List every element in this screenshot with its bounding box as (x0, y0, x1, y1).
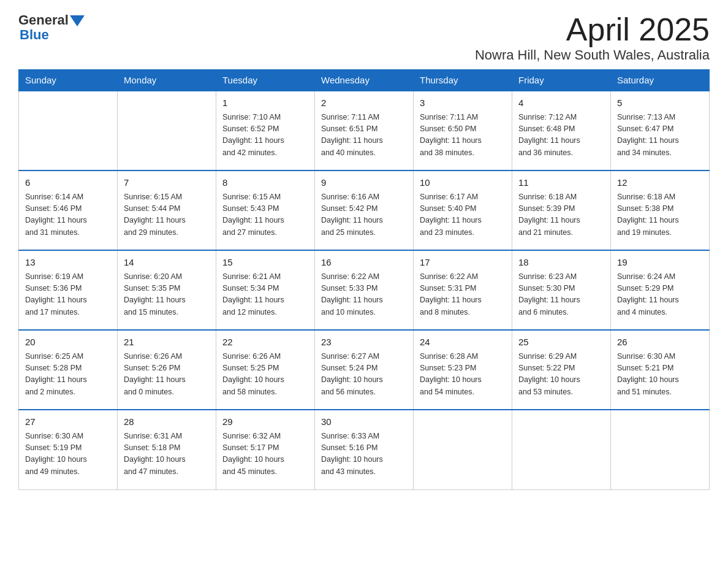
day-number: 1 (222, 96, 308, 110)
day-number: 18 (518, 256, 604, 270)
calendar-cell: 29Sunrise: 6:32 AMSunset: 5:17 PMDayligh… (216, 410, 315, 489)
logo-general: General (18, 12, 69, 28)
day-number: 9 (321, 176, 407, 190)
calendar-cell: 23Sunrise: 6:27 AMSunset: 5:24 PMDayligh… (315, 330, 414, 410)
day-number: 24 (420, 335, 506, 350)
title-area: April 2025 Nowra Hill, New South Wales, … (475, 12, 710, 63)
day-info: Sunrise: 6:29 AMSunset: 5:22 PMDaylight:… (518, 351, 604, 399)
day-info: Sunrise: 6:18 AMSunset: 5:38 PMDaylight:… (617, 191, 703, 239)
day-info: Sunrise: 6:28 AMSunset: 5:23 PMDaylight:… (420, 351, 506, 399)
day-number: 20 (25, 335, 111, 350)
calendar-cell: 13Sunrise: 6:19 AMSunset: 5:36 PMDayligh… (19, 250, 118, 330)
calendar-week-row: 27Sunrise: 6:30 AMSunset: 5:19 PMDayligh… (19, 410, 710, 489)
day-info: Sunrise: 6:24 AMSunset: 5:29 PMDaylight:… (617, 271, 703, 319)
logo-triangle-icon (70, 15, 85, 26)
calendar-cell: 17Sunrise: 6:22 AMSunset: 5:31 PMDayligh… (414, 250, 512, 330)
calendar-week-row: 13Sunrise: 6:19 AMSunset: 5:36 PMDayligh… (19, 250, 710, 330)
day-number: 28 (124, 415, 210, 429)
day-info: Sunrise: 6:16 AMSunset: 5:42 PMDaylight:… (321, 191, 407, 239)
day-number: 14 (124, 256, 210, 270)
calendar-cell: 28Sunrise: 6:31 AMSunset: 5:18 PMDayligh… (118, 410, 216, 489)
day-number: 29 (222, 415, 308, 429)
day-number: 26 (617, 335, 703, 350)
day-number: 25 (518, 335, 604, 350)
calendar-cell: 26Sunrise: 6:30 AMSunset: 5:21 PMDayligh… (611, 330, 710, 410)
column-header-friday: Friday (512, 70, 611, 91)
day-info: Sunrise: 6:20 AMSunset: 5:35 PMDaylight:… (124, 271, 210, 319)
column-header-thursday: Thursday (414, 70, 512, 91)
calendar-cell (19, 91, 118, 170)
day-number: 23 (321, 335, 407, 350)
column-header-monday: Monday (118, 70, 216, 91)
day-info: Sunrise: 6:22 AMSunset: 5:33 PMDaylight:… (321, 271, 407, 319)
calendar-table: SundayMondayTuesdayWednesdayThursdayFrid… (18, 69, 710, 490)
day-info: Sunrise: 7:10 AMSunset: 6:52 PMDaylight:… (222, 112, 308, 159)
day-info: Sunrise: 6:23 AMSunset: 5:30 PMDaylight:… (518, 271, 604, 319)
day-number: 17 (420, 256, 506, 270)
day-info: Sunrise: 7:11 AMSunset: 6:51 PMDaylight:… (321, 112, 407, 159)
calendar-week-row: 20Sunrise: 6:25 AMSunset: 5:28 PMDayligh… (19, 330, 710, 410)
day-number: 4 (518, 96, 604, 110)
day-info: Sunrise: 7:13 AMSunset: 6:47 PMDaylight:… (617, 112, 703, 159)
day-number: 19 (617, 256, 703, 270)
day-info: Sunrise: 6:33 AMSunset: 5:16 PMDaylight:… (321, 431, 407, 478)
day-number: 15 (222, 256, 308, 270)
day-info: Sunrise: 6:25 AMSunset: 5:28 PMDaylight:… (25, 351, 111, 399)
day-info: Sunrise: 6:26 AMSunset: 5:25 PMDaylight:… (222, 351, 308, 399)
calendar-cell (512, 410, 611, 489)
column-header-sunday: Sunday (19, 70, 118, 91)
day-number: 30 (321, 415, 407, 429)
calendar-cell (414, 410, 512, 489)
calendar-week-row: 1Sunrise: 7:10 AMSunset: 6:52 PMDaylight… (19, 91, 710, 170)
day-info: Sunrise: 6:27 AMSunset: 5:24 PMDaylight:… (321, 351, 407, 399)
calendar-cell: 1Sunrise: 7:10 AMSunset: 6:52 PMDaylight… (216, 91, 315, 170)
logo-blue: Blue (20, 27, 49, 43)
column-header-saturday: Saturday (611, 70, 710, 91)
calendar-cell: 2Sunrise: 7:11 AMSunset: 6:51 PMDaylight… (315, 91, 414, 170)
day-info: Sunrise: 6:22 AMSunset: 5:31 PMDaylight:… (420, 271, 506, 319)
calendar-cell: 15Sunrise: 6:21 AMSunset: 5:34 PMDayligh… (216, 250, 315, 330)
day-number: 3 (420, 96, 506, 110)
day-info: Sunrise: 7:11 AMSunset: 6:50 PMDaylight:… (420, 112, 506, 159)
day-number: 22 (222, 335, 308, 350)
calendar-cell: 21Sunrise: 6:26 AMSunset: 5:26 PMDayligh… (118, 330, 216, 410)
day-number: 21 (124, 335, 210, 350)
column-header-tuesday: Tuesday (216, 70, 315, 91)
day-info: Sunrise: 6:26 AMSunset: 5:26 PMDaylight:… (124, 351, 210, 399)
calendar-cell: 18Sunrise: 6:23 AMSunset: 5:30 PMDayligh… (512, 250, 611, 330)
calendar-cell: 19Sunrise: 6:24 AMSunset: 5:29 PMDayligh… (611, 250, 710, 330)
day-number: 7 (124, 176, 210, 190)
calendar-cell: 25Sunrise: 6:29 AMSunset: 5:22 PMDayligh… (512, 330, 611, 410)
column-header-wednesday: Wednesday (315, 70, 414, 91)
day-number: 2 (321, 96, 407, 110)
day-number: 10 (420, 176, 506, 190)
calendar-cell: 24Sunrise: 6:28 AMSunset: 5:23 PMDayligh… (414, 330, 512, 410)
calendar-cell: 14Sunrise: 6:20 AMSunset: 5:35 PMDayligh… (118, 250, 216, 330)
calendar-cell: 10Sunrise: 6:17 AMSunset: 5:40 PMDayligh… (414, 170, 512, 250)
calendar-header-row: SundayMondayTuesdayWednesdayThursdayFrid… (19, 70, 710, 91)
day-info: Sunrise: 6:18 AMSunset: 5:39 PMDaylight:… (518, 191, 604, 239)
day-number: 13 (25, 256, 111, 270)
calendar-cell: 11Sunrise: 6:18 AMSunset: 5:39 PMDayligh… (512, 170, 611, 250)
day-info: Sunrise: 7:12 AMSunset: 6:48 PMDaylight:… (518, 112, 604, 159)
calendar-cell: 4Sunrise: 7:12 AMSunset: 6:48 PMDaylight… (512, 91, 611, 170)
day-info: Sunrise: 6:15 AMSunset: 5:43 PMDaylight:… (222, 191, 308, 239)
day-info: Sunrise: 6:30 AMSunset: 5:19 PMDaylight:… (25, 431, 111, 478)
calendar-week-row: 6Sunrise: 6:14 AMSunset: 5:46 PMDaylight… (19, 170, 710, 250)
calendar-cell: 3Sunrise: 7:11 AMSunset: 6:50 PMDaylight… (414, 91, 512, 170)
calendar-cell: 27Sunrise: 6:30 AMSunset: 5:19 PMDayligh… (19, 410, 118, 489)
day-info: Sunrise: 6:30 AMSunset: 5:21 PMDaylight:… (617, 351, 703, 399)
day-number: 16 (321, 256, 407, 270)
calendar-cell: 12Sunrise: 6:18 AMSunset: 5:38 PMDayligh… (611, 170, 710, 250)
month-title: April 2025 (475, 12, 710, 47)
calendar-cell: 9Sunrise: 6:16 AMSunset: 5:42 PMDaylight… (315, 170, 414, 250)
day-info: Sunrise: 6:31 AMSunset: 5:18 PMDaylight:… (124, 431, 210, 478)
day-info: Sunrise: 6:17 AMSunset: 5:40 PMDaylight:… (420, 191, 506, 239)
day-number: 8 (222, 176, 308, 190)
calendar-cell (611, 410, 710, 489)
day-number: 6 (25, 176, 111, 190)
calendar-cell: 16Sunrise: 6:22 AMSunset: 5:33 PMDayligh… (315, 250, 414, 330)
logo: General Blue (18, 12, 85, 43)
day-number: 27 (25, 415, 111, 429)
day-info: Sunrise: 6:15 AMSunset: 5:44 PMDaylight:… (124, 191, 210, 239)
